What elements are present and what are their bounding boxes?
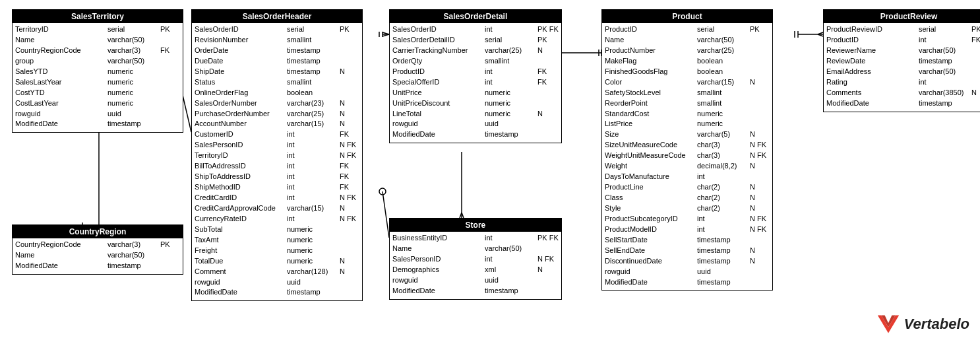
col-field-keys: N (340, 203, 359, 214)
col-field-type: serial (287, 24, 340, 35)
col-field-name: TotalDue (195, 256, 287, 267)
col-field-keys: N FK (750, 140, 770, 151)
col-field-type: serial (107, 24, 160, 35)
col-field-name: Name (15, 250, 107, 261)
table-row: DemographicsxmlN (392, 265, 559, 275)
col-field-name: AccountNumber (195, 119, 287, 129)
col-field-type: serial (697, 24, 750, 35)
table-title-salesOrderDetail: SalesOrderDetail (390, 10, 561, 23)
col-field-type: numeric (107, 98, 160, 109)
col-field-type: uuid (485, 275, 537, 286)
col-field-keys: N (750, 246, 770, 256)
col-field-name: MakeFlag (605, 56, 697, 67)
col-field-keys: N FK (537, 254, 557, 265)
col-field-name: TerritoryID (15, 24, 107, 35)
col-field-name: ModifiedDate (392, 286, 485, 296)
table-row: OnlineOrderFlagboolean (195, 88, 359, 98)
table-row: WeightUnitMeasureCodechar(3)N FK (605, 151, 770, 161)
col-field-type: timestamp (287, 287, 340, 298)
col-field-type: varchar(50) (919, 46, 971, 56)
col-field-name: Status (195, 77, 287, 88)
col-field-type: varchar(3) (107, 240, 160, 250)
table-row: BillToAddressIDintFK (195, 161, 359, 172)
table-row: Freightnumeric (195, 246, 359, 256)
col-field-name: SalesYTD (15, 67, 107, 77)
col-field-type: boolean (697, 56, 750, 67)
logo-icon (876, 312, 900, 336)
col-field-keys: N (750, 129, 770, 140)
col-field-name: TaxAmt (195, 235, 287, 246)
table-row: SalesPersonIDintN FK (392, 254, 559, 265)
col-field-keys: N (750, 77, 770, 88)
col-field-type: char(2) (697, 203, 750, 214)
col-field-type: int (919, 77, 971, 88)
col-field-type: int (485, 67, 537, 77)
col-field-name: CountryRegionCode (15, 46, 107, 56)
col-field-keys: N (340, 267, 359, 277)
col-field-type: varchar(15) (287, 119, 340, 129)
table-row: Sizevarchar(5)N (605, 129, 770, 140)
col-field-name: rowguid (195, 277, 287, 288)
col-field-name: SellEndDate (605, 246, 697, 256)
logo-text: Vertabelo (904, 316, 969, 333)
table-row: rowguiduuid (392, 119, 559, 129)
col-field-type: int (287, 140, 340, 151)
col-field-name: ProductID (392, 67, 485, 77)
col-field-name: rowguid (605, 267, 697, 277)
col-field-type: boolean (697, 67, 750, 77)
col-field-keys: N FK (340, 151, 359, 161)
table-row: SellStartDatetimestamp (605, 235, 770, 246)
col-field-name: Freight (195, 246, 287, 256)
table-row: CostYTDnumeric (15, 88, 180, 98)
table-row: FinishedGoodsFlagboolean (605, 67, 770, 77)
col-field-type: uuid (287, 277, 340, 288)
col-field-type: int (287, 161, 340, 172)
col-field-name: CostLastYear (15, 98, 107, 109)
col-field-name: Comments (826, 88, 919, 98)
col-field-name: FinishedGoodsFlag (605, 67, 697, 77)
col-field-keys: FK (340, 161, 359, 172)
col-field-name: SalesOrderID (392, 24, 485, 35)
col-field-type: char(3) (697, 140, 750, 151)
col-field-type: numeric (697, 119, 750, 129)
table-productReview: ProductReviewProductReviewIDserialPKProd… (823, 9, 980, 112)
col-field-keys: N (537, 265, 557, 275)
table-row: ProductIDintFK (392, 67, 559, 77)
table-store: StoreBusinessEntityIDintPK FKNamevarchar… (389, 218, 562, 300)
col-field-keys: N (340, 256, 359, 267)
col-field-keys: N FK (750, 224, 770, 235)
svg-line-25 (460, 213, 462, 218)
col-field-name: ListPrice (605, 119, 697, 129)
svg-line-21 (818, 34, 823, 36)
col-field-type: int (287, 172, 340, 182)
col-field-type: uuid (485, 119, 537, 129)
col-field-name: Size (605, 129, 697, 140)
col-field-name: SizeUnitMeasureCode (605, 140, 697, 151)
col-field-type: varchar(15) (287, 203, 340, 214)
col-field-type: smallint (287, 35, 340, 46)
table-row: Namevarchar(50) (392, 244, 559, 254)
col-field-name: SafetyStockLevel (605, 88, 697, 98)
col-field-keys: N FK (750, 214, 770, 224)
col-field-keys: PK (971, 24, 980, 35)
col-field-name: PurchaseOrderNumber (195, 109, 287, 120)
col-field-name: UnitPriceDiscount (392, 98, 485, 109)
col-field-type: timestamp (697, 256, 750, 267)
col-field-name: ReorderPoint (605, 98, 697, 109)
col-field-type: numeric (287, 235, 340, 246)
col-field-name: ProductReviewID (826, 24, 919, 35)
col-field-name: SalesOrderNumber (195, 98, 287, 109)
col-field-keys: N FK (340, 140, 359, 151)
table-product: ProductProductIDserialPKNamevarchar(50)P… (601, 9, 773, 291)
table-row: DueDatetimestamp (195, 56, 359, 67)
table-row: Stylechar(2)N (605, 203, 770, 214)
col-field-name: ProductLine (605, 182, 697, 193)
col-field-type: varchar(25) (697, 46, 750, 56)
col-field-name: ShipDate (195, 67, 287, 77)
table-row: ReviewerNamevarchar(50) (826, 46, 980, 56)
col-field-name: CreditCardID (195, 193, 287, 203)
col-field-name: ProductModelID (605, 224, 697, 235)
col-field-name: CostYTD (15, 88, 107, 98)
table-row: ShipMethodIDintFK (195, 182, 359, 193)
table-row: ListPricenumeric (605, 119, 770, 129)
